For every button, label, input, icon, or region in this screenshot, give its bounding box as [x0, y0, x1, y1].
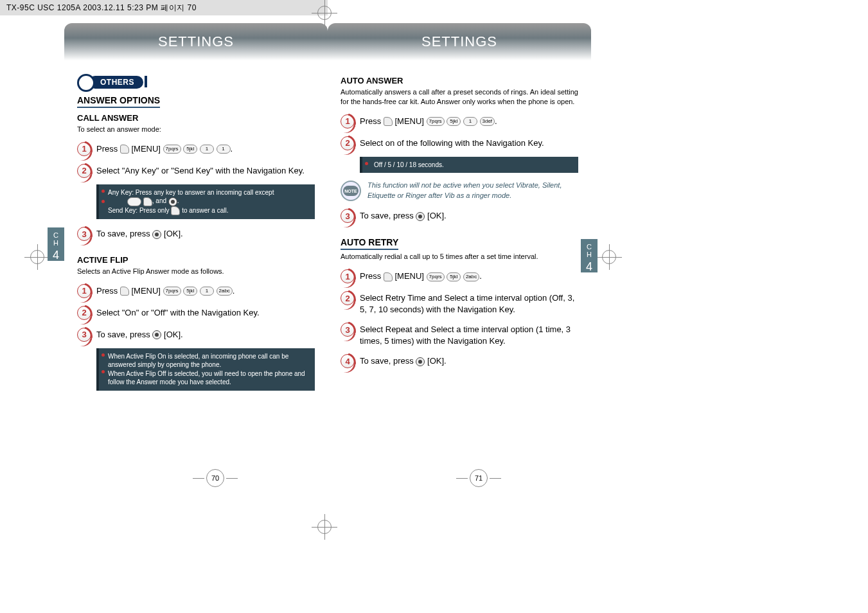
softkey-icon — [384, 117, 393, 126]
key-icon: 7pqrs — [427, 272, 445, 281]
step-text: Press [MENU] 7pqrs 5jkl 1 1. — [96, 142, 233, 155]
bullet-icon — [102, 353, 105, 357]
crop-mark-icon — [312, 514, 337, 540]
crop-mark-icon — [24, 244, 50, 270]
step-row: 3 To save, press [OK]. — [77, 328, 315, 342]
key-icon: 5jkl — [183, 287, 197, 296]
step-text: Select Retry Time and Select a time inte… — [360, 291, 578, 315]
ok-key-icon — [152, 330, 161, 339]
subheading-auto-retry: AUTO RETRY — [341, 237, 398, 250]
note-badge-icon: NOTE — [341, 181, 361, 201]
step-text: Select Repeat and Select a time interval… — [360, 323, 578, 346]
step-row: 3 Select Repeat and Select a time interv… — [341, 323, 578, 346]
softkey-icon — [171, 206, 180, 215]
page-header: SETTINGS — [328, 23, 591, 60]
chapter-num: 4 — [48, 249, 64, 262]
auto-answer-desc: Automatically answers a call after a pre… — [341, 87, 578, 107]
page-header: SETTINGS — [64, 23, 328, 60]
step-text: Press [MENU] 7pqrs 5jkl 1 3def. — [360, 114, 497, 127]
key-icon — [127, 197, 141, 206]
step-row: 1 Press [MENU] 7pqrs 5jkl 2abc. — [341, 269, 578, 283]
ok-key-icon — [152, 230, 161, 239]
file-path-bar: TX-95C USC 1205A 2003.12.11 5:23 PM 페이지 … — [0, 0, 328, 15]
softkey-icon — [120, 287, 129, 296]
step-number-icon: 4 — [341, 354, 355, 368]
info-line: Send Key: Press only to answer a call. — [108, 206, 310, 215]
bullet-icon — [365, 162, 368, 165]
page-left: SETTINGS OTHERS ANSWER OPTIONS CALL ANSW… — [64, 18, 328, 487]
step-text: To save, press [OK]. — [360, 209, 447, 222]
bullet-icon — [102, 370, 105, 373]
page-title: SETTINGS — [158, 33, 234, 50]
step-row: 4 To save, press [OK]. — [341, 354, 578, 368]
page-number: 70 — [84, 469, 347, 487]
step-number-icon: 3 — [341, 323, 355, 337]
note-row: NOTE This function will not be active wh… — [341, 181, 578, 201]
info-line: Any Key: Press any key to answer an inco… — [108, 188, 310, 197]
note-text: This function will not be active when yo… — [368, 181, 578, 200]
step-number-icon: 2 — [77, 306, 91, 320]
step-row: 3 To save, press [OK]. — [341, 209, 578, 223]
subheading-call-answer: CALL ANSWER — [77, 113, 315, 123]
key-icon: 1 — [217, 145, 231, 154]
chapter-c: C — [48, 231, 64, 239]
key-icon: 2abc — [217, 287, 233, 296]
info-line: When Active Flip Off is selected, you wi… — [108, 369, 310, 387]
key-icon: 5jkl — [447, 117, 461, 126]
step-number-icon: 1 — [77, 284, 91, 298]
softkey-icon — [120, 145, 129, 154]
step-number-icon: 1 — [341, 269, 355, 283]
key-icon: 5jkl — [183, 145, 197, 154]
step-row: 2 Select "Any Key" or "Send Key" with th… — [77, 164, 315, 178]
note-label: NOTE — [343, 186, 359, 196]
key-icon: 7pqrs — [163, 145, 181, 154]
step-text: To save, press [OK]. — [96, 227, 183, 240]
key-icon: 3def — [480, 117, 495, 126]
bullet-icon — [102, 200, 105, 203]
step-number-icon: 1 — [77, 142, 91, 156]
key-icon: 7pqrs — [427, 117, 445, 126]
key-icon: 7pqrs — [163, 287, 181, 296]
crop-mark-icon — [596, 244, 622, 270]
auto-retry-desc: Automatically redial a call up to 5 time… — [341, 252, 578, 262]
key-icon: 1 — [200, 145, 214, 154]
step-number-icon: 2 — [77, 164, 91, 178]
step-text: To save, press [OK]. — [360, 354, 447, 367]
step-number-icon: 3 — [341, 209, 355, 223]
others-pill: OTHERS — [89, 76, 143, 89]
chapter-h: H — [48, 239, 64, 247]
step-text: Press [MENU] 7pqrs 5jkl 1 2abc. — [96, 284, 235, 297]
subheading-auto-answer: AUTO ANSWER — [341, 76, 578, 85]
info-line: When Active Flip On is selected, an inco… — [108, 352, 310, 369]
info-bar: Off / 5 / 10 / 18 seconds. — [360, 157, 578, 173]
step-text: Select "On" or "Off" with the Navigation… — [96, 306, 260, 319]
subheading-active-flip: ACTIVE FLIP — [77, 255, 315, 265]
page-number: 71 — [347, 469, 610, 487]
page-content: AUTO ANSWER Automatically answers a call… — [341, 76, 578, 368]
step-row: 2 Select on of the following with the Na… — [341, 136, 578, 150]
ok-key-icon — [416, 212, 425, 221]
step-row: 3 To save, press [OK]. — [77, 227, 315, 241]
info-bar: When Active Flip On is selected, an inco… — [96, 348, 315, 391]
step-number-icon: 2 — [341, 136, 355, 150]
softkey-icon — [143, 197, 152, 206]
step-row: 1 Press [MENU] 7pqrs 5jkl 1 2abc. — [77, 284, 315, 298]
step-number-icon: 3 — [77, 328, 91, 342]
step-row: 2 Select "On" or "Off" with the Navigati… — [77, 306, 315, 320]
step-row: 2 Select Retry Time and Select a time in… — [341, 291, 578, 315]
call-answer-desc: To select an answer mode: — [77, 125, 315, 134]
step-text: Select "Any Key" or "Send Key" with the … — [96, 164, 305, 177]
step-text: Press [MENU] 7pqrs 5jkl 2abc. — [360, 269, 482, 282]
step-number-icon: 3 — [77, 227, 91, 241]
softkey-icon — [384, 272, 393, 281]
step-number-icon: 1 — [341, 114, 355, 129]
step-row: 1 Press [MENU] 7pqrs 5jkl 1 3def. — [341, 114, 578, 129]
page-number-badge: 70 — [206, 469, 224, 487]
page-content: OTHERS ANSWER OPTIONS CALL ANSWER To sel… — [77, 76, 315, 391]
bullet-icon — [102, 190, 105, 193]
step-text: Select on of the following with the Navi… — [360, 136, 544, 149]
key-icon: 5jkl — [447, 272, 461, 281]
info-line: , and . — [108, 197, 310, 206]
page-title: SETTINGS — [421, 33, 497, 50]
info-bar: Any Key: Press any key to answer an inco… — [96, 184, 315, 219]
